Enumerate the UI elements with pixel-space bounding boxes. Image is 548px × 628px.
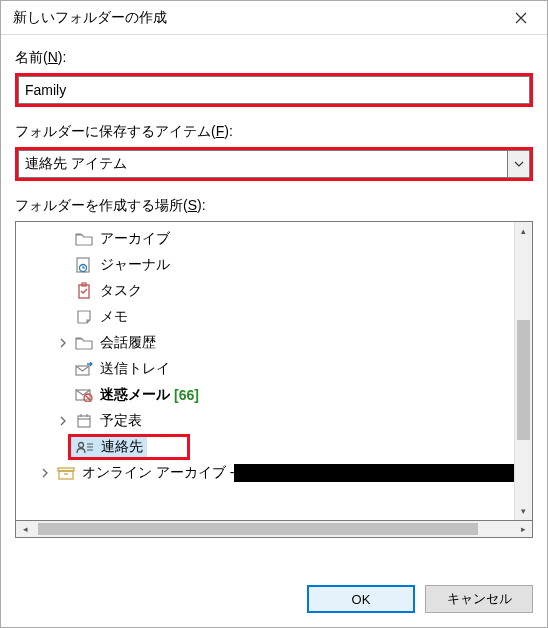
svg-rect-10 xyxy=(59,471,73,479)
type-select-value: 連絡先 アイテム xyxy=(25,155,127,173)
scroll-left-button[interactable]: ◂ xyxy=(16,521,34,537)
selected-highlight: 連絡先 xyxy=(68,434,190,460)
folder-tree[interactable]: アーカイブ ジャーナル タスク メモ 会話履歴 xyxy=(15,221,533,521)
tree-item-contacts[interactable]: 連絡先 xyxy=(16,434,514,460)
chevron-right-icon xyxy=(59,338,67,348)
tree-item-journal[interactable]: ジャーナル xyxy=(16,252,514,278)
archive-icon xyxy=(56,464,76,482)
scroll-down-button[interactable]: ▾ xyxy=(515,502,532,520)
tree-item-online-archive[interactable]: オンライン アーカイブ - xyxy=(16,460,514,486)
scroll-up-button[interactable]: ▴ xyxy=(515,222,532,240)
redacted-text xyxy=(234,464,514,482)
svg-point-8 xyxy=(79,443,84,448)
horizontal-scrollbar[interactable]: ◂ ▸ xyxy=(15,520,533,538)
folder-icon xyxy=(74,230,94,248)
scroll-h-track[interactable] xyxy=(34,521,514,537)
expand-arrow[interactable] xyxy=(56,416,70,426)
chevron-down-icon xyxy=(514,161,524,167)
chevron-right-icon xyxy=(41,468,49,478)
button-row: OK キャンセル xyxy=(1,571,547,627)
junk-icon xyxy=(74,386,94,404)
tree-item-tasks[interactable]: タスク xyxy=(16,278,514,304)
vertical-scrollbar[interactable]: ▴ ▾ xyxy=(514,222,532,520)
svg-rect-7 xyxy=(78,416,90,427)
type-select[interactable]: 連絡先 アイテム xyxy=(18,150,530,178)
tree-item-archive[interactable]: アーカイブ xyxy=(16,226,514,252)
tree-item-outbox[interactable]: 送信トレイ xyxy=(16,356,514,382)
titlebar: 新しいフォルダーの作成 xyxy=(1,1,547,35)
contacts-icon xyxy=(75,438,95,456)
scroll-right-button[interactable]: ▸ xyxy=(514,521,532,537)
name-input-highlight xyxy=(15,73,533,107)
expand-arrow[interactable] xyxy=(38,468,52,478)
journal-icon xyxy=(74,256,94,274)
scroll-thumb[interactable] xyxy=(517,320,530,440)
tree-inner: アーカイブ ジャーナル タスク メモ 会話履歴 xyxy=(16,222,514,520)
scroll-track[interactable] xyxy=(515,240,532,502)
name-label: 名前(N): xyxy=(15,49,533,67)
tree-item-calendar[interactable]: 予定表 xyxy=(16,408,514,434)
task-icon xyxy=(74,282,94,300)
close-icon xyxy=(515,12,527,24)
calendar-icon xyxy=(74,412,94,430)
note-icon xyxy=(74,308,94,326)
type-label: フォルダーに保存するアイテム(F): xyxy=(15,123,533,141)
dialog-window: 新しいフォルダーの作成 名前(N): フォルダーに保存するアイテム(F): 連絡… xyxy=(0,0,548,628)
type-select-highlight: 連絡先 アイテム xyxy=(15,147,533,181)
expand-arrow[interactable] xyxy=(56,338,70,348)
tree-item-conversation-history[interactable]: 会話履歴 xyxy=(16,330,514,356)
close-button[interactable] xyxy=(499,3,543,33)
cancel-button[interactable]: キャンセル xyxy=(425,585,533,613)
name-input[interactable] xyxy=(18,76,530,104)
outbox-icon xyxy=(74,360,94,378)
scroll-h-thumb[interactable] xyxy=(38,523,478,535)
unread-count: [66] xyxy=(174,387,199,403)
dialog-content: 名前(N): フォルダーに保存するアイテム(F): 連絡先 アイテム フォルダー… xyxy=(1,35,547,571)
ok-button[interactable]: OK xyxy=(307,585,415,613)
dialog-title: 新しいフォルダーの作成 xyxy=(13,9,167,27)
tree-item-junk[interactable]: 迷惑メール [66] xyxy=(16,382,514,408)
location-label: フォルダーを作成する場所(S): xyxy=(15,197,533,215)
tree-item-notes[interactable]: メモ xyxy=(16,304,514,330)
chevron-right-icon xyxy=(59,416,67,426)
folder-icon xyxy=(74,334,94,352)
dropdown-arrow xyxy=(507,151,529,177)
